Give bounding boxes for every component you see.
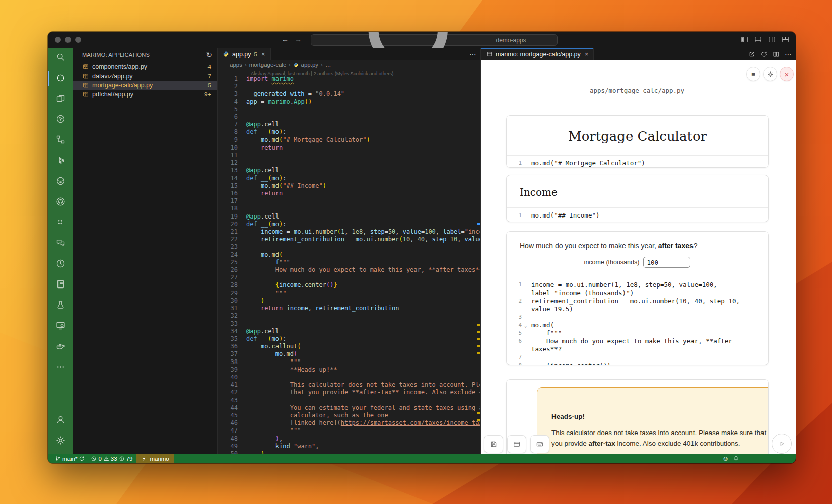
activity-item-windows[interactable] [48, 89, 73, 110]
sync-icon[interactable] [79, 456, 85, 462]
code-line[interactable]: 27 [218, 274, 480, 281]
code-line[interactable]: 21 income = mo.ui.number(1, 1e8, step=50… [218, 228, 480, 236]
code-line[interactable]: 6 [218, 113, 480, 121]
activity-item-search[interactable] [48, 48, 73, 68]
editor-actions-more-icon[interactable]: ⋯ [469, 50, 476, 58]
activity-item-account[interactable] [48, 410, 73, 431]
activity-item-marimo[interactable] [48, 68, 73, 89]
open-external-icon[interactable] [748, 51, 755, 58]
code-line[interactable]: 25 f""" [218, 259, 480, 266]
code-line[interactable]: 48 ), [218, 435, 480, 443]
code-line[interactable]: 10 return [218, 144, 480, 152]
activity-item-screen[interactable] [48, 316, 73, 337]
code-line[interactable]: 1import marimo [218, 75, 480, 83]
sidebar-item-components/app.py[interactable]: components/app.py4 [73, 62, 217, 71]
preview-code-line[interactable]: 3 [507, 313, 768, 321]
code-line[interactable]: 9 mo.md("# Mortgage Calculator") [218, 136, 480, 144]
code-line[interactable]: 29 """ [218, 290, 480, 297]
code-line[interactable]: 2 [218, 83, 480, 90]
save-button[interactable] [484, 435, 503, 453]
code-line[interactable]: 15 mo.md("## Income") [218, 182, 480, 190]
activity-item-github[interactable] [48, 192, 73, 213]
settings-button[interactable] [763, 67, 777, 81]
run-cell-button[interactable] [772, 434, 792, 454]
code-line[interactable]: 30 ) [218, 297, 480, 305]
code-line[interactable]: 19@app.cell [218, 213, 480, 221]
activity-item-more[interactable] [48, 357, 73, 378]
window-close-button[interactable] [55, 37, 61, 43]
code-line[interactable]: 33 [218, 320, 480, 328]
preview-code-line[interactable]: 4⌄mo.md( [507, 321, 768, 329]
breadcrumb-item[interactable]: app.py [301, 62, 319, 68]
activity-item-docker[interactable] [48, 337, 73, 357]
open-browser-button[interactable] [507, 435, 526, 453]
bell-icon[interactable] [733, 455, 739, 462]
problems-status[interactable]: 0 33 79 [89, 454, 134, 463]
shutdown-button[interactable]: × [780, 67, 794, 81]
activity-item-pipelines[interactable] [48, 213, 73, 234]
cell-code[interactable]: 1mo.md("## Income") [507, 208, 768, 222]
tab-marimo-preview[interactable]: marimo: mortgage-calc/app.py × [481, 48, 594, 60]
nav-forward-button[interactable]: → [294, 35, 303, 43]
code-line[interactable]: 31 return income, retirement_contributio… [218, 305, 480, 312]
code-line[interactable]: 18 [218, 205, 480, 212]
code-line[interactable]: 41 This calculator does not take taxes i… [218, 381, 480, 389]
menu-button[interactable]: ≡ [746, 67, 760, 81]
preview-code-line[interactable]: 6 How much do you expect to make this ye… [507, 337, 768, 353]
code-line[interactable]: 35def __(mo): [218, 335, 480, 343]
cell-code[interactable]: 1income = mo.ui.number(1, 1e8, step=50, … [507, 277, 768, 365]
activity-item-terraform[interactable] [48, 151, 73, 172]
command-center-search[interactable]: demo-apps [311, 34, 558, 46]
code-line[interactable]: 42 that you provide **after-tax** income… [218, 389, 480, 396]
code-line[interactable]: 45 calculator, such as the one [218, 412, 480, 419]
close-icon[interactable]: × [261, 50, 265, 58]
activity-item-comments[interactable] [48, 234, 73, 254]
window-minimize-button[interactable] [65, 37, 71, 43]
code-line[interactable]: 32 [218, 312, 480, 320]
sidebar-item-mortgage-calc/app.py[interactable]: mortgage-calc/app.py5 [73, 81, 217, 90]
code-line[interactable]: 12 [218, 159, 480, 167]
toggle-panel-icon[interactable] [754, 35, 762, 44]
code-line[interactable]: 34@app.cell [218, 328, 480, 335]
code-line[interactable]: 44 You can estimate your federal and sta… [218, 404, 480, 412]
preview-code-line[interactable]: 1mo.md("# Mortgage Calculator") [507, 159, 768, 167]
breadcrumb-item[interactable]: mortgage-calc [249, 62, 286, 68]
code-line[interactable]: 11 [218, 152, 480, 159]
code-line[interactable]: 36 mo.callout( [218, 343, 480, 350]
code-line[interactable]: 8def __(mo): [218, 128, 480, 136]
sidebar-item-dataviz/app.py[interactable]: dataviz/app.py7 [73, 71, 217, 81]
code-editor[interactable]: 1import marimo23__generated_with = "0.0.… [218, 75, 480, 454]
code-line[interactable]: 22 retirement_contribution = mo.ui.numbe… [218, 236, 480, 243]
preview-code-line[interactable]: 1income = mo.ui.number(1, 1e8, step=50, … [507, 281, 768, 297]
preview-code-line[interactable]: 8 {income.center()} [507, 362, 768, 365]
git-branch-status[interactable]: main* [53, 454, 87, 463]
code-line[interactable]: 39 **Heads-up!** [218, 366, 480, 374]
code-line[interactable]: 47 """ [218, 427, 480, 435]
income-number-input[interactable] [643, 257, 690, 268]
breadcrumb-item[interactable]: … [325, 62, 331, 68]
preview-code-line[interactable]: 5 f""" [507, 329, 768, 337]
code-line[interactable]: 13@app.cell [218, 167, 480, 174]
code-line[interactable]: 24 mo.md( [218, 251, 480, 259]
split-editor-icon[interactable] [773, 51, 780, 58]
window-zoom-button[interactable] [75, 37, 81, 43]
more-actions-icon[interactable]: ⋯ [785, 50, 792, 58]
nav-back-button[interactable]: ← [281, 35, 290, 43]
activity-item-notebook[interactable] [48, 275, 73, 296]
activity-item-run-inspect[interactable] [48, 110, 73, 130]
code-line[interactable]: 38 """ [218, 358, 480, 366]
tab-app-py[interactable]: app.py 5 × [218, 48, 271, 60]
breadcrumb-item[interactable]: apps [230, 62, 242, 68]
toggle-secondary-sidebar-icon[interactable] [768, 35, 776, 44]
code-line[interactable]: 20def __(mo): [218, 221, 480, 228]
activity-item-settings[interactable] [48, 431, 73, 452]
keyboard-shortcuts-button[interactable] [530, 435, 549, 453]
code-line[interactable]: 14def __(mo): [218, 175, 480, 182]
reload-icon[interactable] [760, 51, 768, 58]
code-line[interactable]: 28 {income.center()} [218, 281, 480, 289]
breadcrumb[interactable]: apps› mortgage-calc› app.py› … [218, 60, 480, 69]
activity-item-history[interactable] [48, 254, 73, 275]
sidebar-item-pdfchat/app.py[interactable]: pdfchat/app.py9+ [73, 90, 217, 99]
code-line[interactable]: 43 [218, 397, 480, 404]
code-line[interactable]: 5 [218, 106, 480, 113]
